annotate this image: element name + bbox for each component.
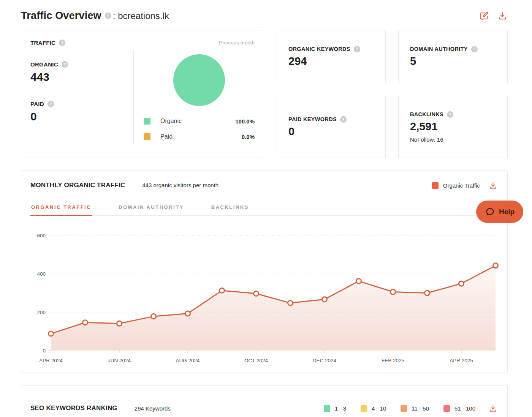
- organic-traffic-legend-label: Organic Traffic: [443, 182, 480, 189]
- monthly-title: MONTHLY ORGANIC TRAFFIC: [30, 182, 125, 189]
- paid-keywords-label: PAID KEYWORDS: [288, 116, 337, 122]
- pie-legend-row-paid: Paid 0.0%: [144, 129, 255, 144]
- domain-authority-label: DOMAIN AUTHORITY: [410, 46, 468, 52]
- traffic-help-icon[interactable]: ?: [59, 39, 65, 46]
- traffic-pie-legend: Organic 100.0% Paid 0.0%: [144, 114, 255, 144]
- rank-1-3-label: 1 - 3: [335, 405, 346, 412]
- keywords-download-icon[interactable]: [488, 403, 498, 414]
- svg-text:JUN 2024: JUN 2024: [108, 358, 131, 363]
- paid-keywords-label-row: PAID KEYWORDS ?: [288, 116, 374, 123]
- organic-keywords-value: 294: [288, 55, 374, 68]
- organic-keywords-card: ORGANIC KEYWORDS ? 294: [277, 30, 386, 83]
- svg-text:0: 0: [43, 348, 46, 354]
- monthly-organic-traffic-chart[interactable]: 0200400600APR 2024JUN 2024AUG 2024OCT 20…: [30, 227, 499, 367]
- chart-area: 0200400600APR 2024JUN 2024AUG 2024OCT 20…: [30, 227, 498, 368]
- rank-legend-11-50: 11 - 50: [396, 405, 429, 412]
- monthly-tabs: ORGANIC TRAFFIC DOMAIN AUTHORITY BACKLIN…: [30, 204, 498, 216]
- report-domain: : bcreations.lk: [113, 11, 169, 21]
- svg-text:400: 400: [37, 271, 46, 277]
- page-title: Traffic Overview: [21, 10, 101, 22]
- paid-swatch: [144, 133, 150, 140]
- backlinks-label: BACKLINKS: [410, 111, 443, 117]
- domain-authority-value: 5: [410, 55, 496, 68]
- backlinks-nofollow: NoFollow: 16: [410, 136, 496, 143]
- monthly-organic-traffic-card: MONTHLY ORGANIC TRAFFIC 443 organic visi…: [21, 171, 508, 373]
- traffic-card-body: ORGANIC ? 443 PAID ? 0: [30, 50, 255, 144]
- pie-legend-organic-value: 100.0%: [235, 118, 255, 125]
- organic-swatch: [144, 118, 150, 125]
- tab-backlinks[interactable]: BACKLINKS: [211, 204, 250, 216]
- traffic-period-label: Previous month: [219, 40, 255, 46]
- svg-text:APR 2025: APR 2025: [450, 358, 473, 363]
- paid-keywords-value: 0: [288, 125, 374, 138]
- svg-text:200: 200: [37, 310, 46, 315]
- chart-download-icon[interactable]: [488, 180, 498, 191]
- svg-text:AUG 2024: AUG 2024: [176, 358, 200, 363]
- organic-keywords-help-icon[interactable]: ?: [354, 46, 360, 52]
- chat-bubble-icon: [485, 207, 495, 217]
- pie-legend-paid-label: Paid: [160, 133, 173, 140]
- paid-metric-label-row: PAID ?: [30, 101, 124, 107]
- traffic-card: TRAFFIC ? Previous month ORGANIC ? 443 P…: [21, 30, 264, 158]
- rank-51-100-label: 51 - 100: [454, 405, 475, 412]
- rank-4-10-label: 4 - 10: [372, 405, 386, 412]
- header-actions: [479, 11, 508, 21]
- paid-value: 0: [30, 110, 124, 123]
- download-report-icon[interactable]: [497, 11, 508, 21]
- traffic-overview-page: Traffic Overview ? : bcreations.lk TRAFF…: [0, 0, 532, 417]
- organic-keywords-label: ORGANIC KEYWORDS: [288, 46, 350, 52]
- svg-text:FEB 2025: FEB 2025: [382, 358, 404, 363]
- domain-authority-help-icon[interactable]: ?: [471, 46, 478, 52]
- organic-help-icon[interactable]: ?: [62, 61, 68, 68]
- paid-label: PAID: [30, 101, 44, 107]
- organic-value: 443: [30, 71, 124, 84]
- paid-help-icon[interactable]: ?: [48, 101, 54, 107]
- svg-text:DEC 2024: DEC 2024: [313, 358, 337, 363]
- traffic-metrics: ORGANIC ? 443 PAID ? 0: [30, 50, 134, 144]
- organic-keywords-label-row: ORGANIC KEYWORDS ?: [288, 46, 374, 52]
- help-button[interactable]: Help: [476, 201, 523, 223]
- keywords-ranking-legend: 1 - 3 4 - 10 11 - 50 51 - 100: [319, 403, 498, 414]
- page-title-help-icon[interactable]: ?: [105, 13, 111, 19]
- domain-authority-label-row: DOMAIN AUTHORITY ?: [410, 46, 496, 52]
- rank-51-100-swatch: [443, 405, 450, 412]
- seo-keywords-ranking-card: SEO KEYWORDS RANKING 294 Keywords 1 - 3 …: [21, 385, 508, 417]
- backlinks-value: 2,591: [410, 120, 496, 133]
- rank-legend-51-100: 51 - 100: [439, 405, 475, 412]
- svg-text:APR 2024: APR 2024: [39, 358, 63, 363]
- backlinks-help-icon[interactable]: ?: [447, 111, 453, 118]
- organic-metric-label-row: ORGANIC ?: [30, 61, 124, 68]
- backlinks-card: BACKLINKS ? 2,591 NoFollow: 16: [398, 96, 508, 158]
- keywords-subtitle: 294 Keywords: [135, 405, 171, 412]
- pie-legend-organic-label: Organic: [160, 118, 182, 125]
- page-header: Traffic Overview ? : bcreations.lk: [21, 10, 508, 22]
- summary-row: TRAFFIC ? Previous month ORGANIC ? 443 P…: [21, 30, 508, 158]
- tab-organic-traffic[interactable]: ORGANIC TRAFFIC: [30, 204, 92, 216]
- organic-label: ORGANIC: [30, 61, 58, 68]
- rank-legend-4-10: 4 - 10: [356, 405, 386, 412]
- edit-report-icon[interactable]: [479, 11, 489, 21]
- monthly-title-group: MONTHLY ORGANIC TRAFFIC 443 organic visi…: [30, 182, 218, 189]
- svg-text:OCT 2024: OCT 2024: [244, 358, 268, 363]
- tab-domain-authority[interactable]: DOMAIN AUTHORITY: [118, 204, 185, 216]
- monthly-legend: Organic Traffic: [432, 180, 498, 191]
- pie-legend-row-organic: Organic 100.0%: [144, 114, 255, 129]
- svg-text:600: 600: [37, 233, 46, 239]
- organic-traffic-swatch: [432, 182, 439, 189]
- paid-keywords-help-icon[interactable]: ?: [340, 116, 347, 123]
- traffic-card-header: TRAFFIC ? Previous month: [30, 39, 255, 46]
- traffic-pie-panel: Organic 100.0% Paid 0.0%: [134, 50, 255, 144]
- rank-1-3-swatch: [324, 405, 330, 412]
- traffic-card-title: TRAFFIC: [30, 39, 55, 46]
- rank-11-50-label: 11 - 50: [412, 405, 429, 412]
- traffic-pie-chart: [173, 54, 225, 106]
- paid-keywords-card: PAID KEYWORDS ? 0: [277, 96, 386, 158]
- help-button-label: Help: [499, 208, 515, 216]
- monthly-header: MONTHLY ORGANIC TRAFFIC 443 organic visi…: [30, 180, 498, 191]
- monthly-subtitle: 443 organic visitors per month: [142, 182, 218, 188]
- backlinks-label-row: BACKLINKS ?: [410, 111, 496, 118]
- rank-11-50-swatch: [401, 405, 407, 412]
- rank-legend-1-3: 1 - 3: [319, 405, 346, 412]
- metric-divider: [30, 92, 124, 92]
- stat-card-grid: ORGANIC KEYWORDS ? 294 DOMAIN AUTHORITY …: [277, 30, 508, 158]
